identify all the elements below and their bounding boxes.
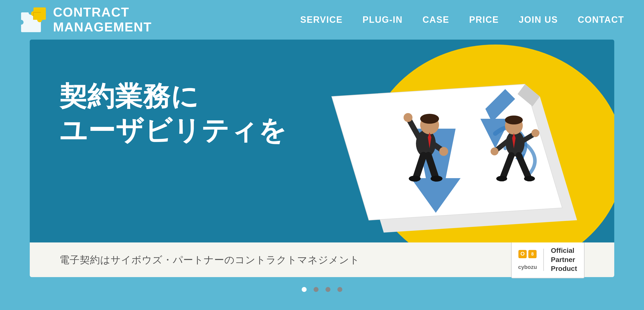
hero-subtitle: 電子契約はサイボウズ・パートナーのコントラクトマネジメント	[60, 253, 360, 267]
hero-illustration	[267, 40, 614, 242]
logo-text: CONTRACT MANAGEMENT	[53, 5, 152, 35]
svg-point-31	[490, 148, 498, 155]
cybozu-partner-text: Official Partner Product	[544, 242, 584, 278]
header: CONTRACT MANAGEMENT SERVICE PLUG-IN CASE…	[0, 0, 644, 40]
svg-point-19	[404, 113, 412, 122]
svg-point-5	[37, 17, 42, 22]
cybozu-badge: O 8 cybozu Official Partner Product	[511, 241, 584, 278]
nav-service[interactable]: SERVICE	[300, 14, 342, 25]
hero-section: 契約業務に ユーザビリティを	[30, 40, 614, 242]
nav-price[interactable]: PRICE	[469, 14, 499, 25]
svg-point-17	[420, 114, 439, 124]
svg-point-37	[496, 176, 507, 181]
main-nav: SERVICE PLUG-IN CASE PRICE JOIN US CONTA…	[300, 14, 624, 25]
carousel-dots	[0, 277, 644, 302]
nav-plugin[interactable]: PLUG-IN	[363, 14, 403, 25]
svg-point-38	[524, 176, 535, 181]
cybozu-brand-text: cybozu	[518, 264, 537, 270]
svg-point-29	[505, 116, 523, 125]
svg-point-25	[409, 176, 421, 182]
svg-text:8: 8	[531, 252, 534, 257]
hero-title-line2: ユーザビリティを	[60, 113, 287, 148]
svg-point-21	[439, 147, 448, 156]
hero-bottom-bar: 電子契約はサイボウズ・パートナーのコントラクトマネジメント O 8 cybozu…	[30, 242, 614, 277]
carousel-dot-3[interactable]	[326, 287, 330, 292]
logo-area[interactable]: CONTRACT MANAGEMENT	[20, 5, 152, 35]
carousel-dot-2[interactable]	[314, 287, 318, 292]
logo-icon	[20, 6, 47, 33]
nav-joinus[interactable]: JOIN US	[519, 14, 558, 25]
nav-contact[interactable]: CONTACT	[578, 14, 624, 25]
hero-text: 契約業務に ユーザビリティを	[60, 79, 287, 147]
hero-title-line1: 契約業務に	[60, 79, 287, 113]
svg-point-26	[430, 176, 442, 182]
carousel-dot-1[interactable]	[302, 287, 307, 292]
svg-point-33	[532, 129, 540, 137]
cybozu-logo: O 8 cybozu	[512, 245, 543, 275]
hero-wrapper: 契約業務に ユーザビリティを	[30, 40, 614, 277]
nav-case[interactable]: CASE	[423, 14, 450, 25]
carousel-dot-4[interactable]	[337, 287, 342, 292]
svg-text:O: O	[520, 251, 525, 257]
